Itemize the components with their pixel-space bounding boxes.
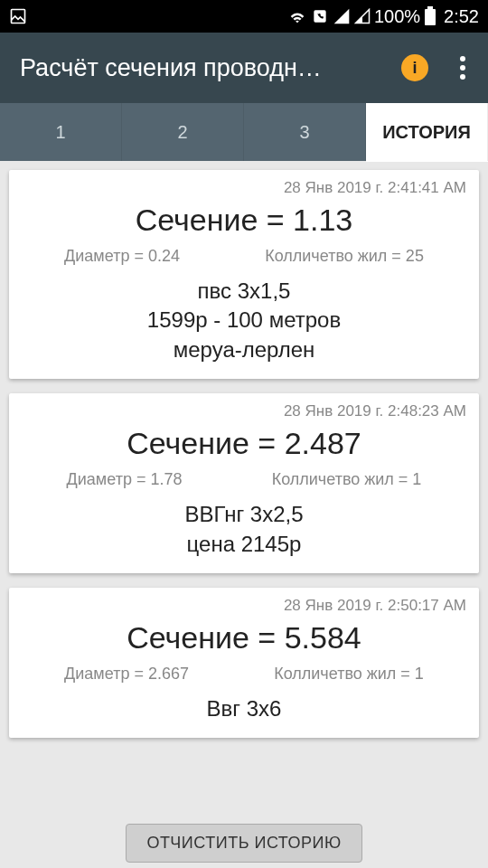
info-button[interactable]: i	[401, 54, 428, 81]
overflow-menu-button[interactable]	[454, 56, 472, 80]
card-diameter: Диаметр = 0.24	[64, 247, 180, 266]
card-cores: Колличетво жил = 1	[272, 470, 422, 489]
card-timestamp: 28 Янв 2019 г. 2:41:41 AM	[22, 179, 466, 197]
card-cores: Колличетво жил = 1	[274, 665, 424, 684]
card-section: Сечение = 5.584	[22, 620, 466, 656]
app-title: Расчёт сечения проводн…	[20, 54, 392, 82]
tab-2[interactable]: 2	[122, 103, 244, 161]
note-line: меруа-лерлен	[22, 335, 466, 364]
app-bar: Расчёт сечения проводн… i	[0, 33, 488, 103]
signal-icon	[333, 7, 351, 25]
wifi-icon	[287, 6, 307, 26]
card-diameter: Диаметр = 1.78	[67, 470, 183, 489]
svg-rect-2	[425, 9, 436, 25]
note-line: 1599р - 100 метров	[22, 306, 466, 335]
history-card[interactable]: 28 Янв 2019 г. 2:48:23 AM Сечение = 2.48…	[9, 393, 479, 573]
svg-rect-0	[12, 10, 25, 24]
card-params: Диаметр = 1.78 Колличетво жил = 1	[22, 470, 466, 489]
note-line: цена 2145р	[22, 530, 466, 559]
tab-history[interactable]: ИСТОРИЯ	[366, 103, 488, 161]
tab-1[interactable]: 1	[0, 103, 122, 161]
battery-icon	[424, 6, 436, 26]
note-line: Ввг 3x6	[22, 694, 466, 723]
history-card[interactable]: 28 Янв 2019 г. 2:41:41 AM Сечение = 1.13…	[9, 170, 479, 379]
tab-3[interactable]: 3	[244, 103, 366, 161]
card-timestamp: 28 Янв 2019 г. 2:50:17 AM	[22, 597, 466, 615]
card-cores: Колличетво жил = 25	[265, 247, 424, 266]
card-params: Диаметр = 2.667 Колличетво жил = 1	[22, 665, 466, 684]
clear-button-wrap: ОТЧИСТИТЬ ИСТОРИЮ	[0, 824, 488, 863]
phone-icon	[311, 7, 329, 25]
card-diameter: Диаметр = 2.667	[64, 665, 189, 684]
status-bar: 100% 2:52	[0, 0, 488, 33]
history-content: 28 Янв 2019 г. 2:41:41 AM Сечение = 1.13…	[0, 161, 488, 868]
status-right: 100% 2:52	[287, 6, 479, 27]
clock-text: 2:52	[444, 6, 479, 27]
svg-rect-3	[427, 6, 433, 9]
image-icon	[9, 7, 27, 25]
card-timestamp: 28 Янв 2019 г. 2:48:23 AM	[22, 402, 466, 420]
clear-history-button[interactable]: ОТЧИСТИТЬ ИСТОРИЮ	[126, 824, 361, 863]
history-card[interactable]: 28 Янв 2019 г. 2:50:17 AM Сечение = 5.58…	[9, 588, 479, 738]
card-note: Ввг 3x6	[22, 694, 466, 723]
card-section: Сечение = 2.487	[22, 426, 466, 461]
card-note: ВВГнг 3x2,5 цена 2145р	[22, 500, 466, 559]
card-params: Диаметр = 0.24 Колличетво жил = 25	[22, 247, 466, 266]
signal2-icon	[354, 8, 371, 24]
status-left	[9, 7, 27, 25]
card-note: пвс 3x1,5 1599р - 100 метров меруа-лерле…	[22, 277, 466, 364]
note-line: ВВГнг 3x2,5	[22, 500, 466, 529]
note-line: пвс 3x1,5	[22, 277, 466, 306]
card-section: Сечение = 1.13	[22, 203, 466, 238]
battery-percent: 100%	[374, 6, 420, 27]
tab-bar: 1 2 3 ИСТОРИЯ	[0, 103, 488, 161]
